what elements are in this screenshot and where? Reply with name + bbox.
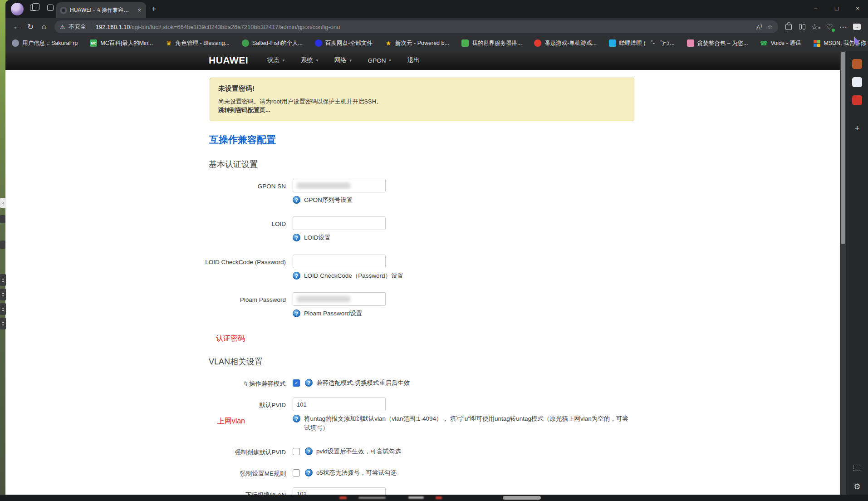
checkbox-checked[interactable]: ✓ [293,379,300,387]
read-aloud-icon[interactable]: A) [756,23,762,31]
sidebar-app-3-icon[interactable] [852,95,862,105]
form-control-column: ?Ploam Password设置 [293,292,386,318]
widget-glyph [2,279,4,282]
form-sections: 基本认证设置GPON SN?GPON序列号设置LOID?LOID设置LOID C… [5,159,840,501]
edge-widget-4[interactable] [0,289,6,300]
new-tab-button[interactable]: + [152,5,156,14]
bookmark-favicon-grid [814,40,820,47]
sidebar-add-icon[interactable]: + [854,123,859,133]
security-label[interactable]: 不安全 [69,23,86,31]
browser-essentials-icon[interactable]: ♡ [823,22,836,32]
luci-nav-item-GPON[interactable]: GPON▼ [368,56,392,64]
text-input[interactable] [293,216,386,230]
sidebar-app-2-icon[interactable] [852,77,862,87]
insecure-warning-icon[interactable]: ⚠ [60,24,65,30]
bookmark-item[interactable]: ♛角色管理 - Blessing... [165,39,230,47]
bookmark-item[interactable]: 百度网盘-全部文件 [315,39,373,47]
back-icon[interactable]: ← [10,22,24,31]
workspaces-icon[interactable] [30,5,39,14]
help-icon: ? [305,379,313,387]
bookmark-item[interactable]: ☎Voice - 通话 [760,39,801,47]
minimize-button[interactable]: – [805,0,826,16]
text-input[interactable] [293,398,386,411]
edge-widget-6[interactable] [0,318,6,329]
bookmark-favicon [687,39,694,47]
scrollbar-thumb[interactable] [841,52,845,244]
home-icon[interactable]: ⌂ [37,22,51,31]
sidebar-toggle-icon[interactable]: → [850,24,863,30]
edge-widget-1[interactable] [0,215,5,223]
luci-nav-label: 网络 [334,56,347,64]
favorite-star-icon[interactable]: ☆ [767,24,773,30]
sidebar-app-1-icon[interactable] [852,59,862,69]
more-menu-icon[interactable]: ⋯ [836,22,850,32]
bookmark-favicon: ☎ [760,39,767,47]
bookmark-item[interactable]: 用户信息 :: SakuraFrp [12,39,78,47]
bookmark-item[interactable]: 番茄游戏-单机游戏... [534,39,597,47]
form-control-column: ?GPON序列号设置 [293,179,386,205]
bookmark-label: 我的世界服务器搭... [472,39,522,47]
chevron-down-icon: ▼ [315,59,319,63]
luci-nav-item-退出[interactable]: 退出 [407,56,419,64]
edge-widget-5[interactable] [0,303,6,315]
form-row: 互操作兼容模式✓?兼容适配模式,切换模式重启后生效 [5,376,840,388]
bookmark-item[interactable]: MSDN, 我告诉你 -... [813,39,868,47]
taskbar-smudge [408,496,424,499]
tab-close-icon[interactable]: × [136,7,142,14]
edge-widget-collapse[interactable]: ‹ [0,198,6,208]
checkbox-unchecked[interactable] [293,469,300,476]
field-help: ?Ploam Password设置 [293,309,386,318]
warning-title: 未设置密码! [218,84,626,93]
form-label-column: GPON SN [5,179,286,205]
bookmark-item[interactable]: ★新次元 - Powered b... [385,39,449,47]
widget-glyph [2,308,4,311]
chevron-down-icon: ▼ [349,59,353,63]
tab-actions-icon[interactable] [47,5,56,14]
window-controls: – □ × [805,0,868,16]
form-row: LOID CheckCode (Password)?LOID CheckCode… [5,255,840,280]
bookmark-item[interactable]: MCMC百科|最大的Min... [90,39,153,47]
bookmark-item[interactable]: 哔哩哔哩 ( ゜- ゜)つ... [609,39,675,47]
settings-gear-icon[interactable]: ⚙ [853,482,860,491]
bookmark-favicon [315,39,322,47]
help-icon: ? [305,447,313,455]
address-bar[interactable]: ⚠ 不安全 192.168.1.10/cgi-bin/luci/;stok=66… [54,20,778,33]
bookmark-item[interactable]: 贪婪整合包 – 为您... [687,39,748,47]
extensions-icon[interactable] [782,24,795,30]
censor-blur [297,182,350,189]
refresh-icon[interactable]: ↻ [24,22,37,32]
close-button[interactable]: × [847,0,868,16]
form-row: 认证密码 [5,330,840,344]
luci-brand[interactable]: HUAWEI [209,55,248,66]
edge-widget-2[interactable] [0,241,5,249]
maximize-button[interactable]: □ [826,0,847,16]
warning-goto-link[interactable]: 跳转到密码配置页... [218,106,626,114]
bookmark-label: 角色管理 - Blessing... [176,39,230,47]
desktop: ‹ HUAWEI - 互操作兼容配置 - LuCI × + – □ × ← [0,0,868,501]
bookmark-favicon: ♛ [165,39,172,47]
field-help: ?将untag的报文添加到默认vlan（vlan范围:1-4094）， 填写"u… [293,414,631,433]
checkbox-unchecked[interactable] [293,448,300,455]
bookmark-item[interactable]: Salted-Fish的个人... [242,39,303,47]
form-label-column: 默认PVID上网vlan [5,398,286,433]
bookmark-label: Salted-Fish的个人... [252,39,303,47]
warning-body: 尚未设置密码。请为root用户设置密码以保护主机并开启SSH。 [218,97,626,106]
text-input[interactable] [293,255,386,268]
vertical-scrollbar[interactable] [840,51,846,501]
bookmark-item[interactable]: 我的世界服务器搭... [461,39,522,47]
collections-icon[interactable]: ☆≡ [809,22,823,32]
profile-avatar[interactable] [11,3,24,15]
luci-nav-item-网络[interactable]: 网络▼ [334,56,353,64]
screenshot-icon[interactable] [853,465,861,471]
luci-nav-item-状态[interactable]: 状态▼ [267,56,285,64]
luci-nav-item-系统[interactable]: 系统▼ [301,56,319,64]
form-row: Ploam Password?Ploam Password设置 [5,292,840,318]
split-screen-icon[interactable] [795,24,809,29]
form-row: GPON SN?GPON序列号设置 [5,179,840,205]
help-text: Ploam Password设置 [304,309,362,318]
url-text[interactable]: 192.168.1.10/cgi-bin/luci/;stok=664be1f3… [96,24,751,30]
active-tab[interactable]: HUAWEI - 互操作兼容配置 - LuCI × [56,2,146,18]
browser-window: HUAWEI - 互操作兼容配置 - LuCI × + – □ × ← ↻ ⌂ … [5,0,868,501]
url-host: 192.168.1.10 [96,24,130,30]
edge-widget-3[interactable] [0,274,6,286]
